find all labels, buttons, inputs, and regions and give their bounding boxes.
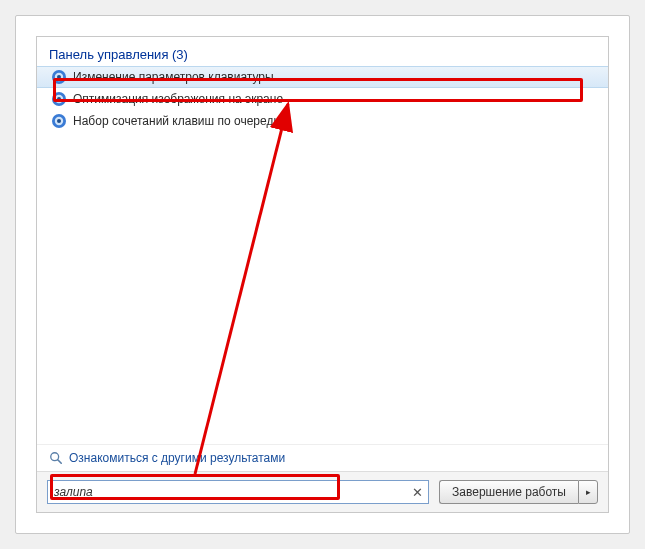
svg-point-5 — [57, 97, 61, 101]
search-results-area: Панель управления (3) Изменение параметр… — [37, 37, 608, 444]
bottom-bar: ✕ Завершение работы ▸ — [37, 471, 608, 512]
magnifier-icon — [49, 451, 63, 465]
see-more-row: Ознакомиться с другими результатами — [37, 444, 608, 471]
window-outer-frame: Панель управления (3) Изменение параметр… — [15, 15, 630, 534]
ease-of-access-icon — [51, 113, 67, 129]
result-label: Набор сочетаний клавиш по очереди — [73, 114, 280, 128]
svg-line-10 — [58, 460, 62, 464]
result-label: Оптимизация изображения на экране — [73, 92, 283, 106]
shutdown-dropdown-arrow[interactable]: ▸ — [578, 480, 598, 504]
result-item-screen-optimize[interactable]: Оптимизация изображения на экране — [37, 88, 608, 110]
category-header: Панель управления (3) — [37, 45, 608, 66]
result-item-sticky-keys[interactable]: Набор сочетаний клавиш по очереди — [37, 110, 608, 132]
start-menu-panel: Панель управления (3) Изменение параметр… — [36, 36, 609, 513]
search-input-wrapper: ✕ — [47, 480, 429, 504]
ease-of-access-icon — [51, 91, 67, 107]
ease-of-access-icon — [51, 69, 67, 85]
result-label: Изменение параметров клавиатуры — [73, 70, 274, 84]
shutdown-split-button: Завершение работы ▸ — [439, 480, 598, 504]
shutdown-button[interactable]: Завершение работы — [439, 480, 578, 504]
result-item-keyboard-params[interactable]: Изменение параметров клавиатуры — [37, 66, 608, 88]
svg-point-8 — [57, 119, 61, 123]
see-more-link[interactable]: Ознакомиться с другими результатами — [69, 451, 285, 465]
clear-search-icon[interactable]: ✕ — [412, 486, 423, 499]
search-input[interactable] — [47, 480, 429, 504]
svg-point-2 — [57, 75, 61, 79]
